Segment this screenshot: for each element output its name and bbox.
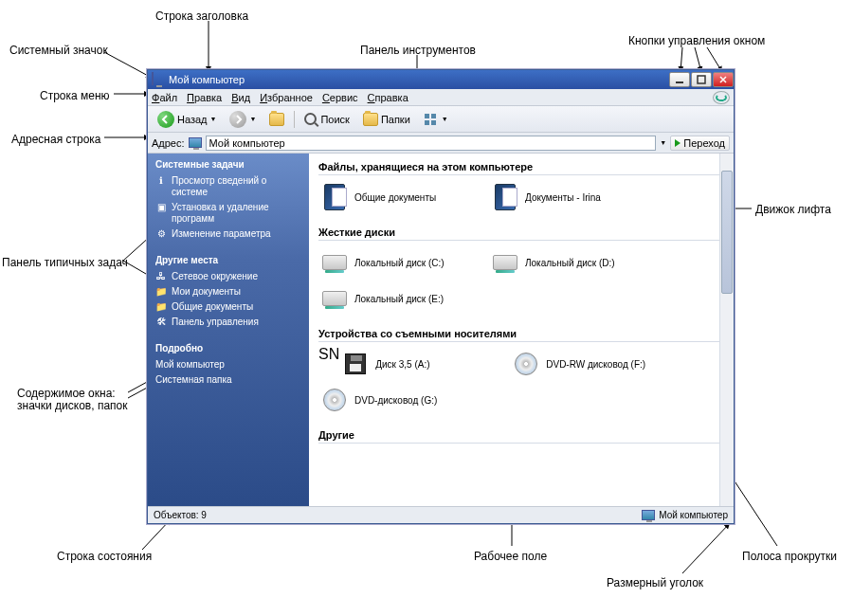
drive-icon — [491, 248, 519, 277]
menu-view[interactable]: Вид — [231, 92, 250, 103]
svg-line-0 — [104, 52, 152, 78]
status-right-label: Мой компьютер — [659, 510, 728, 520]
drive-icon — [320, 284, 349, 313]
title-bar[interactable]: Мой компьютер — [148, 70, 734, 89]
place-network[interactable]: 🖧Сетевое окружение — [155, 269, 301, 284]
system-icon[interactable] — [152, 73, 165, 86]
back-label: Назад — [177, 114, 208, 125]
item-drive-c[interactable]: Локальный диск (C:) — [318, 245, 489, 281]
address-input[interactable] — [206, 136, 657, 151]
go-arrow-icon — [675, 139, 681, 147]
address-caret-icon[interactable]: ▼ — [660, 139, 666, 146]
views-button[interactable]: ▼ — [420, 110, 452, 129]
status-bar: Объектов: 9 Мой компьютер — [148, 506, 734, 523]
svg-rect-18 — [698, 76, 705, 83]
svg-rect-17 — [676, 82, 683, 83]
section-title: Другие места — [155, 255, 301, 265]
back-button[interactable]: Назад ▼ — [154, 109, 220, 130]
item-label: Общие документы — [354, 192, 436, 203]
scrollbar-thumb[interactable] — [721, 171, 733, 294]
gear-icon: ⚙ — [155, 228, 167, 240]
anno-addressbar: Адресная строка — [11, 133, 101, 146]
item-dvdrw[interactable]: DVD-RW дисковод (F:) — [510, 346, 681, 382]
network-icon: 🖧 — [155, 271, 167, 282]
group-other: Другие — [309, 422, 734, 451]
address-label: Адрес: — [152, 137, 185, 149]
go-button[interactable]: Переход — [670, 136, 730, 151]
folders-label: Папки — [381, 114, 410, 125]
content-area: Файлы, хранящиеся на этом компьютере Общ… — [309, 154, 734, 506]
vertical-scrollbar[interactable] — [719, 154, 734, 506]
place-control-panel[interactable]: 🛠Панель управления — [155, 315, 301, 330]
search-icon — [304, 113, 318, 126]
item-user-docs[interactable]: Документы - Irina — [489, 179, 660, 215]
section-other-places: Другие места 🖧Сетевое окружение 📁Мои док… — [148, 249, 309, 337]
anno-menubar: Строка меню — [40, 89, 110, 102]
svg-rect-21 — [425, 120, 429, 125]
group-title: Жесткие диски — [318, 223, 724, 241]
folders-button[interactable]: Папки — [359, 111, 414, 128]
address-icon — [189, 137, 202, 148]
up-button[interactable] — [265, 111, 288, 128]
item-label: DVD-RW дисковод (F:) — [546, 359, 645, 370]
forward-icon — [229, 111, 246, 128]
search-button[interactable]: Поиск — [300, 111, 353, 128]
place-label: Общие документы — [172, 301, 253, 313]
window-title: Мой компьютер — [169, 74, 245, 85]
anno-thumb: Движок лифта — [755, 203, 831, 216]
task-view-sysinfo[interactable]: ℹПросмотр сведений о системе — [155, 173, 301, 200]
folder-up-icon — [269, 113, 284, 126]
item-floppy[interactable]: Диск 3,5 (A:) — [339, 346, 510, 382]
info-icon: ℹ — [155, 175, 167, 187]
task-pane: Системные задачи ℹПросмотр сведений о си… — [148, 154, 309, 506]
forward-button[interactable]: ▼ — [226, 109, 260, 130]
section-system-tasks: Системные задачи ℹПросмотр сведений о си… — [148, 154, 309, 249]
docfolder-icon — [491, 183, 519, 211]
anno-toolbar: Панель инструментов — [360, 44, 476, 57]
item-label: Документы - Irina — [525, 192, 601, 203]
anno-task-panel: Панель типичных задач — [2, 256, 128, 269]
item-drive-d[interactable]: Локальный диск (D:) — [489, 245, 660, 281]
anno-content-l2: значки дисков, папок — [17, 399, 127, 412]
section-title: Подробно — [155, 343, 301, 353]
item-shared-docs[interactable]: Общие документы — [318, 179, 489, 215]
task-label: Установка и удаление программ — [172, 202, 301, 225]
minimize-button[interactable] — [669, 72, 690, 87]
item-dvd[interactable]: DVD-дисковод (G:) — [318, 382, 489, 418]
menu-file[interactable]: Файл — [152, 92, 177, 103]
section-details: Подробно Мой компьютер Системная папка — [148, 337, 309, 395]
menu-tools[interactable]: Сервис — [322, 92, 358, 103]
group-title: Другие — [318, 426, 724, 444]
back-caret-icon: ▼ — [210, 116, 217, 122]
anno-resize: Размерный уголок — [607, 576, 703, 589]
menu-edit[interactable]: Правка — [187, 92, 222, 103]
forward-caret-icon: ▼ — [249, 116, 256, 122]
item-label: Диск 3,5 (A:) — [375, 359, 429, 370]
place-label: Мои документы — [172, 286, 241, 298]
item-label: Локальный диск (E:) — [354, 294, 444, 304]
anno-workarea: Рабочее поле — [474, 550, 547, 563]
cd-icon — [512, 350, 540, 378]
item-drive-e[interactable]: Локальный диск (E:) — [318, 281, 489, 317]
group-title: Файлы, хранящиеся на этом компьютере — [318, 157, 724, 175]
cd-icon — [320, 386, 349, 414]
task-add-remove[interactable]: ▣Установка и удаление программ — [155, 200, 301, 226]
place-label: Панель управления — [172, 317, 259, 328]
menu-fav[interactable]: Избранное — [260, 92, 313, 103]
place-label: Сетевое окружение — [172, 271, 258, 282]
close-button[interactable] — [713, 72, 734, 87]
place-mydocs[interactable]: 📁Мои документы — [155, 284, 301, 299]
place-shared-docs[interactable]: 📁Общие документы — [155, 299, 301, 315]
item-label: Локальный диск (C:) — [354, 258, 445, 268]
views-icon — [424, 112, 439, 127]
folder-icon: 📁 — [155, 286, 167, 298]
folder-icon: 📁 — [155, 301, 167, 313]
task-label: Просмотр сведений о системе — [172, 175, 301, 198]
task-change-setting[interactable]: ⚙Изменение параметра — [155, 226, 301, 242]
svg-rect-22 — [431, 120, 436, 125]
svg-line-15 — [682, 523, 730, 573]
menu-help[interactable]: Справка — [368, 92, 408, 103]
item-label: DVD-дисковод (G:) — [354, 395, 437, 406]
maximize-button[interactable] — [691, 72, 712, 87]
box-icon: ▣ — [155, 202, 167, 213]
